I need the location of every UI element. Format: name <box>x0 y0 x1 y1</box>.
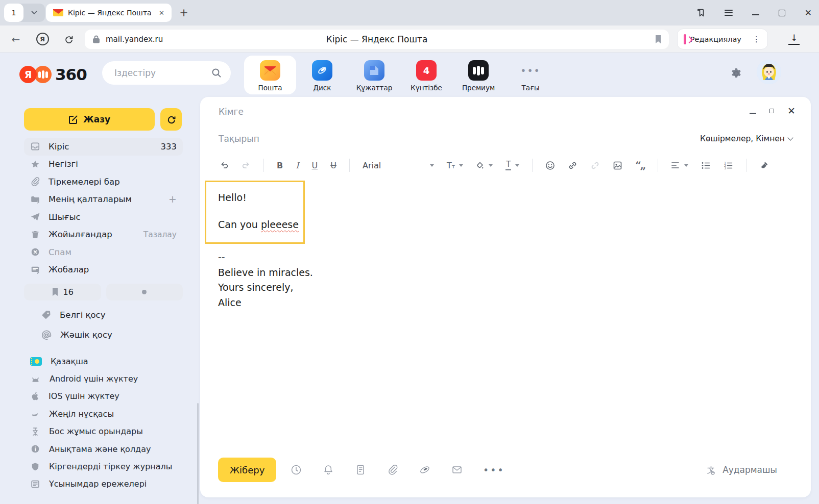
tab-close-icon[interactable]: ✕ <box>157 8 166 18</box>
font-family-select[interactable]: Arial <box>363 161 434 170</box>
folder-important[interactable]: Негізгі <box>24 156 183 173</box>
translator-button[interactable]: Аудармашы <box>705 464 777 476</box>
url-text[interactable]: mail.yandex.ru <box>106 35 163 44</box>
compose-close-button[interactable]: ✕ <box>787 105 796 116</box>
compose-minimize-button[interactable] <box>750 113 756 114</box>
yandex-browser-button[interactable]: Я <box>35 26 50 53</box>
link-login-journal[interactable]: Кіргендерді тіркеу журналы <box>30 458 172 475</box>
text-color-button[interactable]: T <box>505 160 519 170</box>
settings-gear-icon[interactable] <box>729 66 743 81</box>
align-button[interactable] <box>671 161 688 169</box>
folder-sent[interactable]: Шығыс <box>24 208 183 226</box>
user-avatar[interactable] <box>757 60 781 84</box>
to-field[interactable]: Кімге <box>200 97 811 127</box>
address-bar[interactable]: mail.yandex.ru Кіріс — Яндекс Пошта <box>85 30 669 49</box>
yandex360-logo[interactable]: Я 360 <box>19 65 87 84</box>
service-mail[interactable]: Пошта <box>244 56 296 94</box>
service-premium[interactable]: Премиум <box>452 56 504 94</box>
link-light-version[interactable]: Жеңіл нұсқасы <box>30 405 172 422</box>
subject-field[interactable]: Тақырып Көшірмелер, Кімнен <box>200 127 811 151</box>
redo-button[interactable] <box>242 161 251 170</box>
reload-button[interactable] <box>61 26 77 53</box>
message-body[interactable]: Hello! Can you pleeese -- Believe in mir… <box>200 177 811 448</box>
compose-button[interactable]: Жазу <box>24 108 155 131</box>
font-size-button[interactable]: Tт <box>447 161 463 170</box>
service-label: Пошта <box>258 84 282 92</box>
body-line-question: Can you pleeese <box>218 219 303 230</box>
dot-pill[interactable] <box>106 284 183 300</box>
window-maximize-button[interactable] <box>779 10 785 16</box>
window-minimize-button[interactable] <box>752 14 759 15</box>
tab-counter-widget[interactable]: 1 <box>4 4 45 22</box>
eraser-button[interactable] <box>759 161 769 170</box>
emoji-button[interactable] <box>545 161 555 170</box>
folder-my-folders[interactable]: Менің қалталарым + <box>24 191 183 209</box>
link-button[interactable] <box>568 161 577 170</box>
services-nav: Пошта Диск Құжаттар 4 Күнтізбе Премиум •… <box>244 56 557 94</box>
folder-drafts[interactable]: Жобалар <box>24 261 183 279</box>
unlink-button[interactable] <box>590 161 600 170</box>
numbered-list-button[interactable]: 123 <box>724 161 733 170</box>
bookmark-icon[interactable] <box>655 35 662 44</box>
folder-inbox[interactable]: Кіріс 333 <box>24 138 183 156</box>
edit-more-icon[interactable]: ⋮ <box>750 35 763 44</box>
inbox-count: 333 <box>161 142 177 152</box>
reminder-bell-button[interactable] <box>322 464 334 476</box>
attach-from-mail-button[interactable] <box>451 464 463 476</box>
strikethrough-button[interactable]: U <box>330 161 336 170</box>
back-button[interactable]: ← <box>8 26 23 53</box>
side-panel-icon[interactable] <box>695 8 705 18</box>
window-close-button[interactable]: ✕ <box>805 8 812 18</box>
footer-links: Қазақша Android үшін жүктеу IOS үшін жүк… <box>30 352 172 493</box>
schedule-send-button[interactable] <box>290 464 302 476</box>
refresh-button[interactable] <box>160 108 182 131</box>
cc-from-toggle[interactable]: Көшірмелер, Кімнен <box>700 134 792 143</box>
attach-file-button[interactable] <box>387 464 399 476</box>
service-more[interactable]: ••• Тағы <box>504 56 557 94</box>
downloads-button[interactable]: ↓ <box>788 33 800 45</box>
italic-button[interactable]: I <box>296 161 299 170</box>
clear-trash-link[interactable]: Тазалау <box>143 230 177 239</box>
link-language[interactable]: Қазақша <box>30 352 172 370</box>
compose-restore-button[interactable] <box>769 109 774 113</box>
edit-label: Редакциялау <box>690 35 741 43</box>
browser-tab[interactable]: Кіріс — Яндекс Пошта ✕ <box>46 4 172 22</box>
browser-menu-icon[interactable] <box>725 8 733 17</box>
service-disk[interactable]: Диск <box>296 56 348 94</box>
sidebar-scrollbar[interactable] <box>197 403 199 504</box>
folder-spam[interactable]: Спам <box>24 243 183 261</box>
tab-list-chevron-icon[interactable] <box>23 11 45 15</box>
service-docs[interactable]: Құжаттар <box>348 56 400 94</box>
highlight-color-button[interactable] <box>476 161 493 170</box>
folder-attachments[interactable]: Тіркемелері бар <box>24 173 183 191</box>
folder-trash[interactable]: Жойылғандар Тазалау <box>24 226 183 244</box>
send-button[interactable]: Жіберу <box>218 458 276 482</box>
more-actions-button[interactable]: ••• <box>483 464 505 475</box>
add-mailbox-action[interactable]: Жәшік қосу <box>41 325 112 345</box>
bold-button[interactable]: B <box>277 161 283 170</box>
add-folder-icon[interactable]: + <box>168 194 177 204</box>
new-tab-button[interactable]: + <box>177 6 191 20</box>
link-ios[interactable]: IOS үшін жүктеу <box>30 388 172 405</box>
add-label-action[interactable]: Белгі қосу <box>41 305 112 325</box>
edit-pill[interactable]: Редакциялау ⋮ <box>677 29 768 49</box>
bookmark-pill[interactable]: 16 <box>24 284 101 300</box>
service-calendar[interactable]: 4 Күнтізбе <box>400 56 452 94</box>
insert-image-button[interactable] <box>613 161 622 170</box>
search-input[interactable]: Іздестіру <box>102 61 231 85</box>
template-note-button[interactable] <box>354 464 367 476</box>
tab-counter[interactable]: 1 <box>4 4 23 22</box>
link-vacancies[interactable]: Бос жұмыс орындары <box>30 423 172 440</box>
underline-button[interactable]: U <box>312 161 318 170</box>
search-icon[interactable] <box>211 68 222 78</box>
undo-button[interactable] <box>220 161 229 170</box>
blockquote-button[interactable]: “„ <box>635 159 645 171</box>
link-recommendation-rules[interactable]: Ұсынымдар ережелері <box>30 475 172 493</box>
mail-service-icon <box>260 60 280 81</box>
link-help[interactable]: Анықтама және қолдау <box>30 440 172 458</box>
bullet-list-button[interactable] <box>701 161 711 170</box>
service-label: Диск <box>314 84 331 92</box>
attach-from-disk-button[interactable] <box>419 464 431 476</box>
link-android[interactable]: Android үшін жүктеу <box>30 370 172 387</box>
docs-service-icon <box>364 60 384 81</box>
